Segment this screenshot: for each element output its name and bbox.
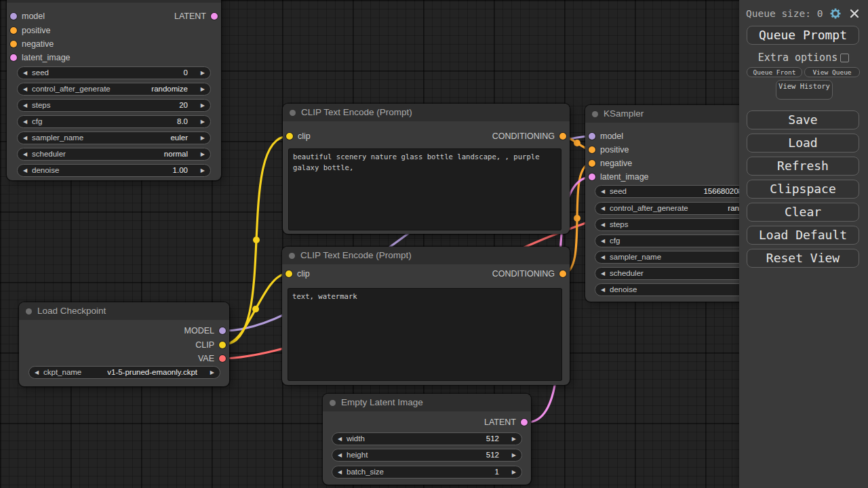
widget-control-after-generate[interactable]: ◀control_after_generaterandomize▶ [17,83,211,96]
output-clip[interactable]: CLIP [19,340,229,350]
decrement-icon[interactable]: ◀ [601,285,605,296]
widget-cfg[interactable]: ◀cfg8.0▶ [17,115,211,128]
increment-icon[interactable]: ▶ [201,68,205,79]
increment-icon[interactable]: ▶ [512,467,516,478]
refresh-button[interactable]: Refresh [747,157,859,176]
conditioning-port-icon[interactable] [559,133,566,140]
conditioning-port-icon[interactable] [559,270,566,277]
collapse-dot[interactable] [289,253,295,259]
decrement-icon[interactable]: ◀ [601,268,605,279]
widget-batch-size[interactable]: ◀batch_size1▶ [332,466,522,479]
widget-sampler-name[interactable]: ◀sampler_nameeuler▶ [17,131,211,144]
close-icon[interactable] [850,9,859,18]
decrement-icon[interactable]: ◀ [338,450,342,461]
decrement-icon[interactable]: ◀ [338,467,342,478]
clear-button[interactable]: Clear [747,203,859,222]
latent-port-icon[interactable] [589,174,595,180]
widget-width[interactable]: ◀width512▶ [332,432,522,445]
increment-icon[interactable]: ▶ [210,367,214,378]
node-title-bar[interactable]: Load Checkpoint [19,302,229,320]
decrement-icon[interactable]: ◀ [601,252,605,263]
node-ksampler-left[interactable]: KSampler model positive negative latent_… [7,0,221,180]
input-latent-image[interactable]: latent_image [7,52,221,63]
collapse-dot[interactable] [592,111,598,117]
widget-seed[interactable]: ◀seed0▶ [17,66,211,79]
output-vae[interactable]: VAE [19,353,229,364]
increment-icon[interactable]: ▶ [201,84,205,95]
conditioning-port-icon[interactable] [10,41,17,47]
reset-view-button[interactable]: Reset View [747,249,859,268]
save-button[interactable]: Save [747,110,859,129]
decrement-icon[interactable]: ◀ [23,100,27,111]
clipspace-button[interactable]: Clipspace [747,180,859,199]
conditioning-port-icon[interactable] [10,27,17,34]
clip-port-icon[interactable] [219,342,226,348]
decrement-icon[interactable]: ◀ [23,117,27,127]
input-negative[interactable]: negative [7,39,221,49]
view-queue-button[interactable]: View Queue [804,67,860,77]
input-positive[interactable]: positive [7,25,221,36]
node-title-bar[interactable]: KSampler [7,0,221,3]
widget-value: randomize [151,83,188,94]
prompt-textarea[interactable]: text, watermark [288,288,562,381]
conditioning-port-icon[interactable] [589,146,595,153]
load-default-button[interactable]: Load Default [747,226,859,245]
load-button[interactable]: Load [747,134,859,152]
widget-label: seed [610,186,627,197]
decrement-icon[interactable]: ◀ [23,165,27,176]
decrement-icon[interactable]: ◀ [23,149,27,160]
node-clip-text-encode-negative[interactable]: CLIP Text Encode (Prompt) clip CONDITION… [282,247,570,385]
node-clip-text-encode-positive[interactable]: CLIP Text Encode (Prompt) clip CONDITION… [283,104,570,234]
latent-port-icon[interactable] [521,419,528,426]
widget-denoise[interactable]: ◀denoise1.00▶ [17,164,211,177]
decrement-icon[interactable]: ◀ [601,186,605,197]
increment-icon[interactable]: ▶ [201,133,205,144]
decrement-icon[interactable]: ◀ [338,434,342,445]
decrement-icon[interactable]: ◀ [23,133,27,144]
queue-prompt-button[interactable]: Queue Prompt [747,26,859,45]
widget-scheduler[interactable]: ◀schedulernormal▶ [17,148,211,161]
vae-port-icon[interactable] [219,355,226,362]
decrement-icon[interactable]: ◀ [23,68,27,79]
decrement-icon[interactable]: ◀ [35,367,39,378]
decrement-icon[interactable]: ◀ [601,220,605,230]
node-empty-latent-image[interactable]: Empty Latent Image LATENT ◀width512▶ ◀he… [323,394,531,485]
model-port-icon[interactable] [219,327,226,334]
increment-icon[interactable]: ▶ [201,100,205,111]
node-load-checkpoint[interactable]: Load Checkpoint MODEL CLIP VAE ◀ckpt_nam… [19,302,229,386]
queue-front-button[interactable]: Queue Front [747,67,802,77]
widget-steps[interactable]: ◀steps20▶ [17,99,211,112]
widget-value: 512 [486,433,499,444]
node-title-bar[interactable]: Empty Latent Image [323,394,531,411]
increment-icon[interactable]: ▶ [201,117,205,127]
decrement-icon[interactable]: ◀ [23,84,27,95]
extra-options-checkbox[interactable] [840,54,849,62]
increment-icon[interactable]: ▶ [201,165,205,176]
model-port-icon[interactable] [589,133,595,140]
output-latent[interactable]: LATENT [323,417,531,428]
latent-port-icon[interactable] [10,54,17,61]
latent-port-icon[interactable] [211,13,218,20]
widget-ckpt-name[interactable]: ◀ckpt_namev1-5-pruned-emaonly.ckpt▶ [28,366,220,379]
collapse-dot[interactable] [290,110,296,116]
prompt-textarea[interactable]: beautiful scenery nature glass bottle la… [288,148,561,230]
node-title-bar[interactable]: CLIP Text Encode (Prompt) [283,104,570,121]
output-model[interactable]: MODEL [19,325,229,336]
decrement-icon[interactable]: ◀ [601,203,605,214]
decrement-icon[interactable]: ◀ [601,236,605,247]
collapse-dot[interactable] [26,308,32,314]
increment-icon[interactable]: ▶ [201,149,205,160]
increment-icon[interactable]: ▶ [512,450,516,461]
view-history-button[interactable]: View History [776,80,833,100]
gear-icon[interactable] [829,7,842,20]
widget-value: euler [170,132,188,143]
node-title-bar[interactable]: CLIP Text Encode (Prompt) [282,247,570,264]
increment-icon[interactable]: ▶ [512,434,516,445]
collapse-dot[interactable] [330,400,336,406]
widget-height[interactable]: ◀height512▶ [332,449,522,462]
output-latent[interactable]: LATENT [7,11,221,22]
conditioning-port-icon[interactable] [589,160,595,167]
output-conditioning[interactable]: CONDITIONING [283,131,570,142]
output-conditioning[interactable]: CONDITIONING [282,268,570,279]
widget-label: steps [610,219,629,230]
